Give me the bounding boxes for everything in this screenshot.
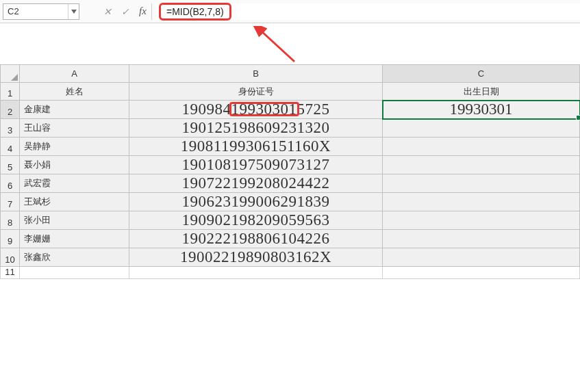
formula-text: =MID(B2,7,8) [159,3,231,21]
row-header-1[interactable]: 1 [1,83,20,101]
name-box-dropdown[interactable] [68,4,79,19]
cell-B9[interactable]: 190222198806104226 [129,230,383,248]
data-row-10: 10 张鑫欣 19002219890803162X [1,248,580,267]
cell-B8[interactable]: 190902198209059563 [129,211,383,230]
spreadsheet-grid[interactable]: A B C 1 姓名 身份证号 出生日期 2 金康建 1909841993030… [0,64,580,279]
cell-A11[interactable] [20,267,129,279]
cell-C10[interactable] [383,248,580,267]
worksheet-area: A B C 1 姓名 身份证号 出生日期 2 金康建 1909841993030… [0,64,580,279]
cell-C1[interactable]: 出生日期 [383,83,580,101]
name-box-value: C2 [3,6,68,16]
row-header-7[interactable]: 7 [1,193,20,211]
corner-triangle-icon [11,74,18,81]
cell-A9[interactable]: 李姗姗 [20,230,129,248]
cancel-icon: ✕ [103,6,112,17]
data-row-3: 3 王山容 190125198609231320 [1,119,580,138]
cell-C2[interactable]: 19930301 [383,101,580,119]
cell-A2[interactable]: 金康建 [20,101,129,119]
annotation-area [0,23,580,64]
cell-B5[interactable]: 190108197509073127 [129,156,383,174]
formula-cancel-button[interactable]: ✕ [99,3,116,20]
data-row-8: 8 张小田 190902198209059563 [1,211,580,230]
data-row-11: 11 [1,267,580,279]
col-header-C[interactable]: C [383,65,580,83]
col-header-A[interactable]: A [20,65,129,83]
formula-bar[interactable]: =MID(B2,7,8) [156,3,580,20]
cell-B7[interactable]: 190623199006291839 [129,193,383,211]
cell-A8[interactable]: 张小田 [20,211,129,230]
formula-bar-row: C2 ✕ ✓ fx =MID(B2,7,8) [0,0,580,23]
data-row-4: 4 吴静静 19081199306151160X [1,138,580,156]
data-row-6: 6 武宏霞 190722199208024422 [1,174,580,193]
row-header-2[interactable]: 2 [1,101,20,119]
cell-B10[interactable]: 19002219890803162X [129,248,383,267]
arrow-annotation [253,26,301,67]
cell-C8[interactable] [383,211,580,230]
row-header-4[interactable]: 4 [1,138,20,156]
cell-B6[interactable]: 190722199208024422 [129,174,383,193]
row-header-10[interactable]: 10 [1,248,20,267]
cell-C3[interactable] [383,119,580,138]
cell-A1[interactable]: 姓名 [20,83,129,101]
cell-A10[interactable]: 张鑫欣 [20,248,129,267]
cell-A3[interactable]: 王山容 [20,119,129,138]
cell-C11[interactable] [383,267,580,279]
name-box[interactable]: C2 [3,3,79,20]
cell-C7[interactable] [383,193,580,211]
select-all-corner[interactable] [1,65,20,83]
check-icon: ✓ [121,6,129,17]
cell-B1[interactable]: 身份证号 [129,83,383,101]
cell-A6[interactable]: 武宏霞 [20,174,129,193]
formula-enter-button[interactable]: ✓ [116,3,134,20]
data-row-5: 5 聂小娟 190108197509073127 [1,156,580,174]
cell-B2[interactable]: 190984199303015725 [129,101,383,119]
data-row-9: 9 李姗姗 190222198806104226 [1,230,580,248]
fx-icon: fx [139,5,147,17]
cell-C4[interactable] [383,138,580,156]
cell-C9[interactable] [383,230,580,248]
cell-B11[interactable] [129,267,383,279]
cell-B3[interactable]: 190125198609231320 [129,119,383,138]
cell-C6[interactable] [383,174,580,193]
data-row-1: 1 姓名 身份证号 出生日期 [1,83,580,101]
cell-A7[interactable]: 王斌杉 [20,193,129,211]
row-header-11[interactable]: 11 [1,267,20,279]
row-header-8[interactable]: 8 [1,211,20,230]
row-header-5[interactable]: 5 [1,156,20,174]
insert-function-button[interactable]: fx [134,3,152,20]
column-header-row: A B C [1,65,580,83]
svg-line-1 [260,30,294,62]
data-row-7: 7 王斌杉 190623199006291839 [1,193,580,211]
col-header-B[interactable]: B [129,65,383,83]
row-header-3[interactable]: 3 [1,119,20,138]
row-header-6[interactable]: 6 [1,174,20,193]
cell-A5[interactable]: 聂小娟 [20,156,129,174]
cell-C5[interactable] [383,156,580,174]
row-header-9[interactable]: 9 [1,230,20,248]
cell-A4[interactable]: 吴静静 [20,138,129,156]
cell-B4[interactable]: 19081199306151160X [129,138,383,156]
svg-marker-0 [71,10,77,14]
data-row-2: 2 金康建 190984199303015725 19930301 [1,101,580,119]
